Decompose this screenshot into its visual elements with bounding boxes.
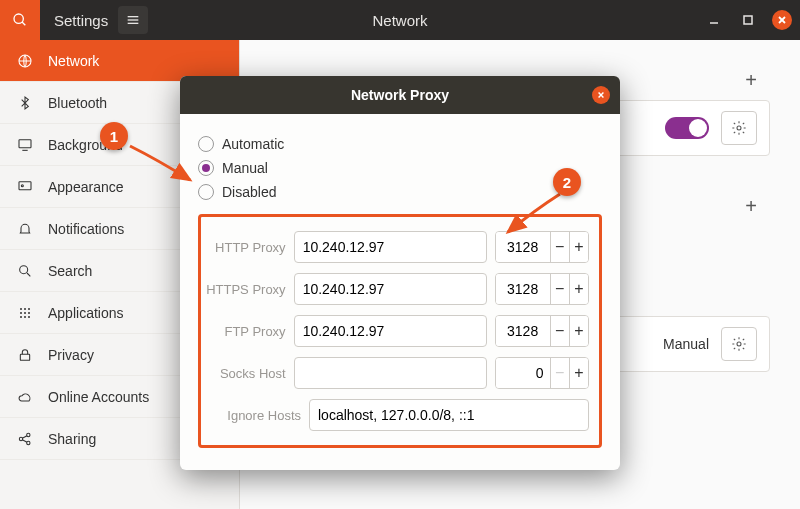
svg-point-31 bbox=[737, 126, 741, 130]
svg-rect-12 bbox=[19, 181, 31, 189]
annotation-callout-1: 1 bbox=[100, 122, 128, 150]
dialog-close-button[interactable] bbox=[592, 86, 610, 104]
svg-point-20 bbox=[24, 312, 26, 314]
svg-point-18 bbox=[28, 308, 30, 310]
cloud-icon bbox=[16, 389, 34, 405]
proxy-settings-button[interactable] bbox=[721, 327, 757, 361]
radio-label: Automatic bbox=[222, 136, 284, 152]
bell-icon bbox=[16, 221, 34, 237]
annotation-callout-2: 2 bbox=[553, 168, 581, 196]
https-proxy-label: HTTPS Proxy bbox=[205, 282, 286, 297]
svg-point-21 bbox=[28, 312, 30, 314]
proxy-form-highlight: HTTP Proxy − + HTTPS Proxy − + FTP Proxy bbox=[198, 214, 602, 448]
wired-toggle[interactable] bbox=[665, 117, 709, 139]
app-title: Settings bbox=[54, 12, 108, 29]
svg-point-0 bbox=[14, 14, 23, 23]
minimize-button[interactable] bbox=[704, 10, 724, 30]
radio-label: Disabled bbox=[222, 184, 276, 200]
svg-line-1 bbox=[22, 22, 25, 25]
lock-icon bbox=[16, 347, 34, 363]
proxy-mode-manual[interactable]: Manual bbox=[198, 156, 602, 180]
sidebar-item-label: Bluetooth bbox=[48, 95, 107, 111]
port-decrement-button[interactable]: − bbox=[550, 358, 569, 388]
svg-line-29 bbox=[22, 435, 27, 438]
maximize-button[interactable] bbox=[738, 10, 758, 30]
https-proxy-host-input[interactable] bbox=[294, 273, 487, 305]
svg-point-32 bbox=[737, 342, 741, 346]
grid-icon bbox=[16, 305, 34, 321]
sidebar-item-label: Network bbox=[48, 53, 99, 69]
hamburger-button[interactable] bbox=[118, 6, 148, 34]
svg-point-24 bbox=[28, 316, 30, 318]
port-decrement-button[interactable]: − bbox=[550, 274, 569, 304]
https-proxy-port-input[interactable] bbox=[496, 274, 550, 304]
wired-settings-button[interactable] bbox=[721, 111, 757, 145]
svg-point-19 bbox=[20, 312, 22, 314]
radio-label: Manual bbox=[222, 160, 268, 176]
page-title: Network bbox=[372, 12, 427, 29]
dialog-titlebar: Network Proxy bbox=[180, 76, 620, 114]
proxy-mode-value: Manual bbox=[663, 336, 709, 352]
svg-point-13 bbox=[21, 184, 23, 186]
svg-point-23 bbox=[24, 316, 26, 318]
proxy-mode-automatic[interactable]: Automatic bbox=[198, 132, 602, 156]
sidebar-item-label: Online Accounts bbox=[48, 389, 149, 405]
socks-port-input[interactable] bbox=[496, 358, 550, 388]
dialog-title: Network Proxy bbox=[351, 87, 449, 103]
svg-rect-10 bbox=[19, 139, 31, 147]
add-wired-button[interactable]: + bbox=[736, 65, 766, 95]
sidebar-item-label: Search bbox=[48, 263, 92, 279]
ftp-proxy-label: FTP Proxy bbox=[205, 324, 286, 339]
port-increment-button[interactable]: + bbox=[569, 316, 588, 346]
close-button[interactable] bbox=[772, 10, 792, 30]
ftp-proxy-host-input[interactable] bbox=[294, 315, 487, 347]
network-proxy-dialog: Network Proxy Automatic Manual Disabled … bbox=[180, 76, 620, 470]
sidebar-item-label: Applications bbox=[48, 305, 124, 321]
sidebar-item-label: Sharing bbox=[48, 431, 96, 447]
svg-rect-6 bbox=[744, 16, 752, 24]
share-icon bbox=[16, 431, 34, 447]
ignore-hosts-label: Ignore Hosts bbox=[205, 408, 301, 423]
sidebar-item-label: Appearance bbox=[48, 179, 124, 195]
http-proxy-host-input[interactable] bbox=[294, 231, 487, 263]
svg-point-17 bbox=[24, 308, 26, 310]
port-increment-button[interactable]: + bbox=[569, 274, 588, 304]
svg-line-15 bbox=[27, 273, 30, 276]
socks-host-label: Socks Host bbox=[205, 366, 286, 381]
svg-point-14 bbox=[20, 265, 28, 273]
svg-point-22 bbox=[20, 316, 22, 318]
port-decrement-button[interactable]: − bbox=[550, 316, 569, 346]
sidebar-item-label: Notifications bbox=[48, 221, 124, 237]
window-titlebar: Settings Network bbox=[0, 0, 800, 40]
ignore-hosts-input[interactable] bbox=[309, 399, 589, 431]
sidebar-item-label: Privacy bbox=[48, 347, 94, 363]
appearance-icon bbox=[16, 179, 34, 195]
svg-point-16 bbox=[20, 308, 22, 310]
svg-line-30 bbox=[22, 439, 27, 442]
search-icon bbox=[16, 263, 34, 279]
bluetooth-icon bbox=[16, 95, 34, 111]
globe-icon bbox=[16, 53, 34, 69]
annotation-arrow-1 bbox=[128, 140, 208, 190]
ftp-proxy-port-input[interactable] bbox=[496, 316, 550, 346]
http-proxy-label: HTTP Proxy bbox=[205, 240, 286, 255]
search-button[interactable] bbox=[0, 0, 40, 40]
port-increment-button[interactable]: + bbox=[569, 232, 588, 262]
add-vpn-button[interactable]: + bbox=[736, 191, 766, 221]
port-increment-button[interactable]: + bbox=[569, 358, 588, 388]
svg-rect-25 bbox=[20, 354, 29, 360]
socks-host-input[interactable] bbox=[294, 357, 487, 389]
desktop-icon bbox=[16, 137, 34, 153]
annotation-arrow-2 bbox=[500, 190, 570, 240]
